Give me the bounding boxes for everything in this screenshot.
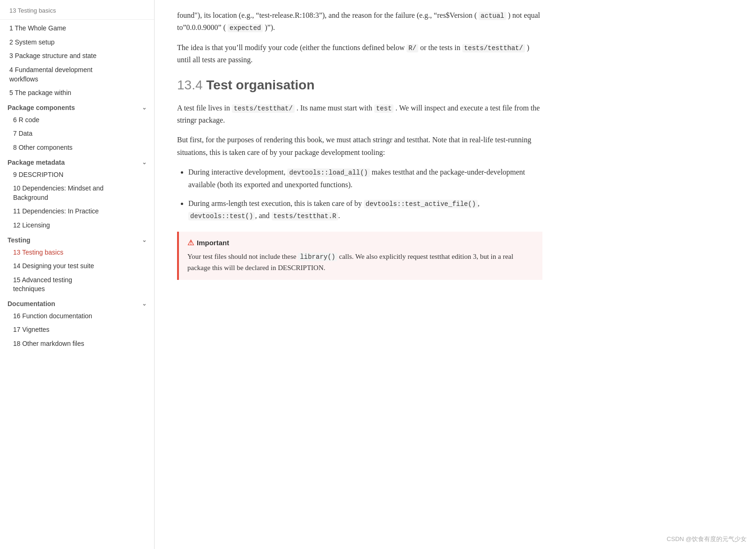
list-item: During interactive development, devtools… bbox=[188, 166, 544, 191]
sidebar-item-17[interactable]: 17 Vignettes bbox=[0, 323, 154, 337]
sidebar-item-6[interactable]: 6 R code bbox=[0, 113, 154, 127]
sidebar-item-14[interactable]: 14 Designing your test suite bbox=[0, 259, 154, 273]
sidebar-item-15[interactable]: 15 Advanced testingtechniques bbox=[0, 273, 154, 296]
section-title: Test organisation bbox=[206, 78, 314, 92]
sidebar-item-18[interactable]: 18 Other markdown files bbox=[0, 337, 154, 351]
sidebar-item-3[interactable]: 3 Package structure and state bbox=[0, 49, 154, 63]
sidebar-item-13-testing-basics-top[interactable]: 13 Testing basics bbox=[0, 4, 154, 17]
main-content: found"), its location (e.g., “test-relea… bbox=[155, 0, 756, 549]
sidebar-item-7[interactable]: 7 Data bbox=[0, 127, 154, 141]
para-modify-code: The idea is that you’ll modify your code… bbox=[177, 42, 542, 66]
list-item: During arms-length test execution, this … bbox=[188, 198, 544, 222]
sidebar-section-label: Documentation bbox=[7, 300, 55, 307]
bullet-list: During interactive development, devtools… bbox=[188, 166, 544, 222]
important-title: ⚠ Important bbox=[187, 238, 534, 247]
chevron-down-icon: ⌄ bbox=[142, 237, 147, 243]
sidebar-item-1[interactable]: 1 The Whole Game bbox=[0, 22, 154, 36]
section-number: 13.4 bbox=[177, 78, 203, 92]
intro-paragraph: found"), its location (e.g., “test-relea… bbox=[177, 9, 542, 34]
sidebar-section-package-metadata[interactable]: Package metadata ⌄ bbox=[0, 155, 154, 168]
para-test-file: A test file lives in tests/testthat/ . I… bbox=[177, 102, 542, 127]
important-callout: ⚠ Important Your test files should not i… bbox=[177, 232, 542, 280]
sidebar-item-13[interactable]: 13 Testing basics bbox=[0, 246, 154, 260]
sidebar-section-label: Testing bbox=[7, 236, 30, 244]
sidebar-section-documentation[interactable]: Documentation ⌄ bbox=[0, 296, 154, 309]
sidebar-item-5[interactable]: 5 The package within bbox=[0, 86, 154, 100]
sidebar-item-10[interactable]: 10 Dependencies: Mindset andBackground bbox=[0, 182, 154, 205]
sidebar-section-label: Package components bbox=[7, 104, 75, 111]
watermark: CSDN @饮食有度的元气少女 bbox=[667, 535, 747, 543]
sidebar: 13 Testing basics 1 The Whole Game 2 Sys… bbox=[0, 0, 155, 549]
sidebar-item-8[interactable]: 8 Other components bbox=[0, 141, 154, 155]
sidebar-item-11[interactable]: 11 Dependencies: In Practice bbox=[0, 205, 154, 219]
para-but-first: But first, for the purposes of rendering… bbox=[177, 134, 542, 159]
chevron-down-icon: ⌄ bbox=[142, 159, 147, 166]
sidebar-item-16[interactable]: 16 Function documentation bbox=[0, 309, 154, 323]
sidebar-item-9[interactable]: 9 DESCRIPTION bbox=[0, 168, 154, 182]
sidebar-item-4[interactable]: 4 Fundamental developmentworkflows bbox=[0, 63, 154, 86]
sidebar-item-2[interactable]: 2 System setup bbox=[0, 36, 154, 50]
important-label: Important bbox=[197, 239, 229, 247]
sidebar-item-12[interactable]: 12 Licensing bbox=[0, 219, 154, 233]
important-body: Your test files should not include these… bbox=[187, 251, 534, 273]
sidebar-section-testing[interactable]: Testing ⌄ bbox=[0, 233, 154, 246]
chevron-down-icon: ⌄ bbox=[142, 104, 147, 111]
warning-icon: ⚠ bbox=[187, 238, 194, 247]
chevron-down-icon: ⌄ bbox=[142, 300, 147, 307]
sidebar-section-label: Package metadata bbox=[7, 159, 65, 166]
section-heading-13-4: 13.4 Test organisation bbox=[177, 78, 542, 93]
sidebar-section-package-components[interactable]: Package components ⌄ bbox=[0, 100, 154, 113]
